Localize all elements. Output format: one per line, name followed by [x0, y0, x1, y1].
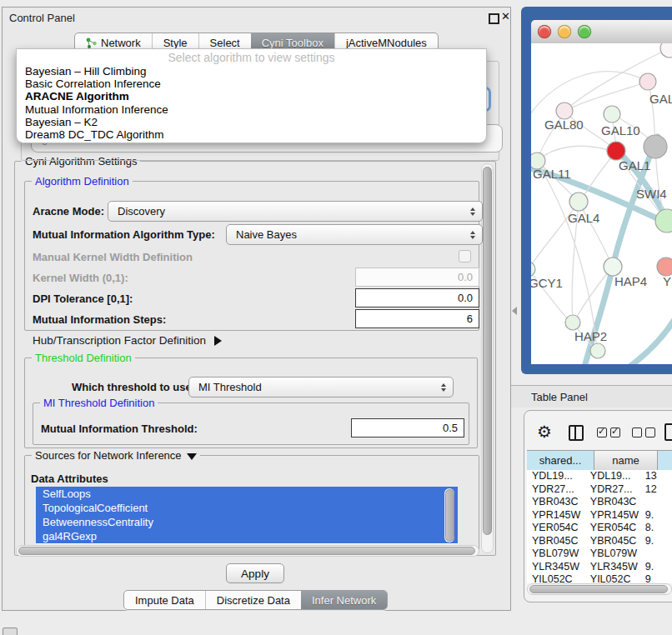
document-icon[interactable] [664, 423, 672, 441]
table-row[interactable]: YBL079WYBL079W [527, 548, 672, 561]
algorithm-dropdown-popup: Select algorithm to view settings Bayesi… [16, 48, 487, 143]
settings-scrollbar-thumb[interactable] [483, 167, 492, 535]
attribute-list-item[interactable]: TopologicalCoefficient [36, 501, 458, 515]
network-node-y[interactable] [657, 258, 672, 276]
collapse-down-icon [187, 453, 197, 460]
minimized-panel-icon[interactable] [3, 628, 18, 635]
hub-definition-toggle[interactable]: Hub/Transcription Factor Definition [33, 334, 222, 347]
float-window-icon[interactable] [489, 13, 499, 24]
algorithm-option[interactable]: Bayesian – K2 [17, 116, 486, 128]
close-traffic-light-icon[interactable] [538, 25, 551, 38]
mi-threshold-input[interactable]: 0.5 [351, 418, 464, 438]
close-icon[interactable]: ✕ [501, 10, 510, 22]
settings-gear-icon[interactable]: ⚙ [537, 423, 552, 440]
tab-label: Discretize Data [217, 594, 290, 607]
network-edge[interactable] [531, 72, 648, 120]
network-view-canvas[interactable]: GAL7GAL80GAL10GAL1GAL11SWI4GAL4GCY1HAP4Y… [531, 43, 672, 364]
table-row[interactable]: YPR145WYPR145W9. [527, 509, 672, 522]
network-node[interactable] [660, 43, 672, 58]
algorithm-option[interactable]: Mutual Information Inference [17, 103, 486, 116]
dpi-tolerance-input[interactable]: 0.0 [355, 288, 479, 308]
table-row[interactable]: YER054CYER054C8. [527, 522, 672, 535]
table-cell: 12 [640, 483, 672, 497]
node-label: GAL11 [533, 167, 571, 181]
table-row[interactable]: YBR043CYBR043C [527, 496, 672, 509]
column-header-shared...[interactable]: shared... [527, 450, 594, 471]
network-window-titlebar[interactable] [531, 20, 672, 44]
mi-type-label: Mutual Information Algorithm Type: [33, 228, 215, 241]
zoom-traffic-light-icon[interactable] [578, 25, 591, 38]
aracne-mode-combobox[interactable]: Discovery [108, 201, 483, 222]
network-node[interactable] [607, 142, 625, 160]
table-cell: YPR145W [527, 509, 585, 522]
attribute-list-item[interactable]: gal4RGexp [36, 529, 458, 543]
column-header-cut[interactable] [658, 450, 672, 471]
settings-hscrollbar-thumb[interactable] [18, 547, 475, 555]
network-node[interactable] [590, 343, 605, 358]
table-body: YDL19...YDL19...13YDR27...YDR27...12YBR0… [527, 470, 672, 583]
settings-hscrollbar[interactable] [16, 545, 479, 557]
attributes-scrollbar[interactable] [444, 488, 454, 542]
algorithm-option[interactable]: Basic Correlation Inference [17, 78, 486, 90]
mi-steps-input[interactable]: 6 [355, 309, 479, 328]
tab-label: jActiveMNodules [346, 37, 427, 49]
table-cell [640, 496, 672, 509]
table-hscrollbar[interactable] [527, 583, 672, 595]
network-node-gal80[interactable] [556, 102, 573, 119]
mi-threshold-value: 0.5 [443, 422, 458, 434]
manual-kernel-checkbox[interactable] [459, 250, 471, 262]
table-cell: YLR345W [527, 561, 585, 574]
attribute-list-item[interactable]: SelfLoops [36, 487, 458, 501]
network-node-gal4[interactable] [569, 192, 588, 211]
apply-button[interactable]: Apply [226, 563, 284, 583]
tab-infer-network[interactable]: Infer Network [301, 591, 387, 609]
table-cell: YIL052C [527, 573, 585, 583]
mi-type-value: Naive Bayes [236, 228, 297, 241]
table-cell: 9 [640, 573, 672, 583]
select-all-checkboxes-icon[interactable] [597, 428, 620, 440]
network-node-hap2[interactable] [565, 315, 580, 330]
network-node-gal7[interactable] [639, 73, 656, 90]
tab-impute-data[interactable]: Impute Data [124, 591, 205, 609]
table-cell: YDL19... [585, 470, 640, 483]
table-panel-title: Table Panel [531, 391, 588, 403]
column-header-name[interactable]: name [594, 450, 658, 471]
deselect-checkboxes-icon[interactable] [632, 428, 655, 440]
table-row[interactable]: YIL052CYIL052C9 [527, 573, 672, 583]
network-node-gal10[interactable] [604, 106, 620, 122]
algorithm-definition-legend: Algorithm Definition [32, 175, 133, 188]
sources-legend[interactable]: Sources for Network Inference [32, 449, 200, 462]
network-node-swi4[interactable] [655, 209, 672, 232]
network-node-hap4[interactable] [604, 258, 622, 276]
minimize-traffic-light-icon[interactable] [558, 25, 571, 38]
node-label: SWI4 [636, 187, 667, 201]
table-hscrollbar-thumb[interactable] [529, 585, 668, 593]
kernel-width-input[interactable]: 0.0 [355, 268, 479, 287]
network-edge-thick[interactable] [629, 317, 672, 364]
network-edge[interactable] [570, 82, 648, 108]
algorithm-option[interactable]: Bayesian – Hill Climbing [17, 65, 486, 78]
table-row[interactable]: YLR345WYLR345W9. [527, 561, 672, 574]
table-row[interactable]: YBR045CYBR045C9. [527, 535, 672, 548]
table-row[interactable]: YDL19...YDL19...13 [527, 470, 672, 483]
attribute-list-item[interactable]: BetweennessCentrality [36, 515, 458, 529]
mi-threshold-label: Mutual Information Threshold: [41, 422, 198, 435]
table-cell: 8. [640, 522, 672, 535]
settings-scrollbar[interactable] [481, 163, 494, 553]
kernel-width-value: 0.0 [458, 271, 473, 283]
mi-steps-value: 6 [467, 312, 473, 325]
table-cell: YDR27... [527, 483, 585, 497]
which-threshold-combobox[interactable]: MI Threshold [188, 377, 454, 398]
mi-type-combobox[interactable]: Naive Bayes [226, 224, 483, 245]
table-row[interactable]: YDR27...YDR27...12 [527, 483, 672, 497]
network-edge[interactable] [539, 146, 616, 160]
panel-collapse-handle[interactable] [512, 307, 517, 315]
split-columns-icon[interactable] [569, 425, 584, 441]
network-node-gcy1[interactable] [531, 262, 535, 277]
network-node-gal1[interactable] [644, 135, 667, 158]
algorithm-option[interactable]: Dream8 DC_TDC Algorithm [17, 128, 486, 141]
node-label: GAL1 [619, 158, 650, 172]
algorithm-option[interactable]: ARACNE Algorithm [17, 90, 486, 102]
attributes-scrollbar-thumb[interactable] [445, 489, 454, 542]
tab-discretize-data[interactable]: Discretize Data [205, 591, 301, 609]
